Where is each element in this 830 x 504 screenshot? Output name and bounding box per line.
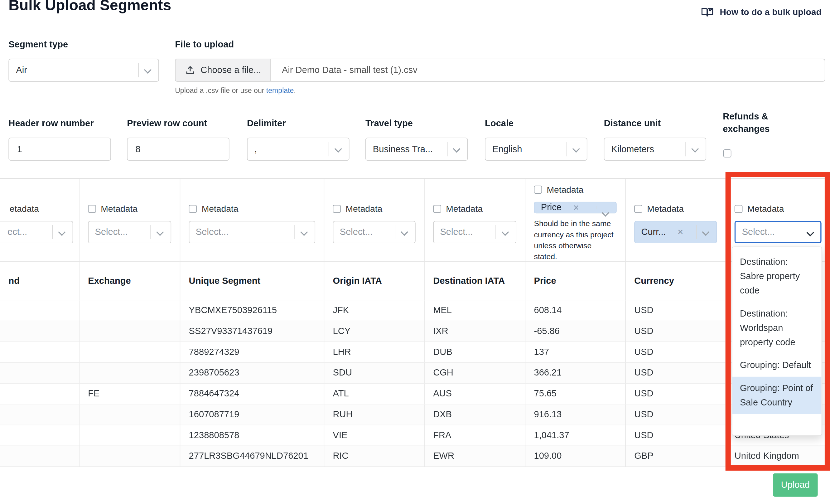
mapping-column-origin: Metadata Select... (324, 179, 424, 262)
mapping-column-price: Metadata Price × Should be in the same c… (525, 179, 625, 262)
template-link[interactable]: template (266, 86, 294, 94)
metadata-checkbox[interactable] (634, 205, 642, 213)
segment-type-select[interactable]: Air (8, 59, 159, 82)
table-cell: ATL (324, 384, 424, 405)
table-cell: DUB (424, 342, 525, 363)
choose-file-label: Choose a file... (200, 65, 261, 75)
select-divider (395, 225, 395, 239)
choose-file-button[interactable]: Choose a file... (175, 59, 271, 81)
chevron-down-icon (807, 229, 814, 237)
select-placeholder: Select... (742, 227, 775, 237)
select-divider (294, 225, 295, 239)
table-header-refund: nd (0, 262, 79, 300)
select-divider (53, 225, 53, 239)
select-divider (329, 142, 329, 156)
travel-type-value: Business Tra... (373, 144, 433, 154)
column-mapping-select[interactable]: ect... (0, 221, 73, 243)
mapping-column-currency: Metadata Curr... × (625, 179, 726, 262)
column-mapping-select-currency[interactable]: Curr... × (634, 221, 717, 243)
file-hint: Upload a .csv file or use our template. (175, 86, 296, 94)
column-mapping-select[interactable]: Select... (333, 221, 416, 243)
selected-tag-label: Curr... (641, 227, 666, 237)
locale-select[interactable]: English (485, 137, 587, 161)
metadata-checkbox[interactable] (433, 205, 441, 213)
delimiter-select[interactable]: , (247, 137, 349, 161)
distance-unit-select[interactable]: Kilometers (604, 137, 706, 161)
locale-label: Locale (485, 119, 513, 129)
price-currency-note: Should be in the same currency as this p… (534, 218, 617, 262)
guide-book-icon (701, 5, 714, 18)
metadata-checkbox[interactable] (534, 186, 542, 194)
table-cell: RUH (324, 405, 424, 426)
table-cell: 916.13 (525, 405, 625, 426)
table-cell: IXR (424, 321, 525, 342)
table-cell: USD (625, 405, 726, 426)
table-cell: 1238808578 (180, 426, 324, 446)
metadata-checkbox[interactable] (189, 205, 197, 213)
distance-unit-label: Distance unit (604, 119, 661, 129)
refunds-exchanges-label: Refunds & exchanges (723, 111, 787, 135)
metadata-label: Metadata (647, 204, 684, 214)
table-cell: GBP (625, 446, 726, 467)
table-cell (0, 342, 79, 363)
preview-row-input-wrap (127, 137, 229, 161)
bulk-upload-page: Bulk Upload Segments How to do a bulk up… (0, 0, 830, 504)
column-mapping-select[interactable]: Select... (433, 221, 516, 243)
select-divider (496, 225, 496, 239)
segment-type-label: Segment type (8, 40, 68, 50)
remove-tag-icon[interactable]: × (573, 203, 579, 212)
table-cell: RIC (324, 446, 424, 467)
dropdown-option-grouping-pos-country[interactable]: Grouping: Point of Sale Country (732, 377, 822, 414)
table-cell (79, 300, 180, 321)
remove-tag-icon[interactable]: × (677, 227, 683, 237)
column-mapping-select-open[interactable]: Select... (735, 221, 822, 243)
table-cell: VIE (324, 426, 424, 446)
metadata-label: Metadata (101, 204, 137, 214)
column-mapping-select[interactable]: Select... (88, 221, 171, 243)
metadata-label: Metadata (547, 185, 584, 195)
column-mapping-select[interactable]: Select... (189, 221, 315, 243)
select-placeholder: Select... (340, 227, 373, 237)
table-cell: SS27V93371437619 (180, 321, 324, 342)
table-cell (79, 342, 180, 363)
table-cell: 75.65 (525, 384, 625, 405)
select-placeholder: Select... (440, 227, 473, 237)
table-cell: SDU (324, 363, 424, 384)
preview-row-input[interactable] (134, 143, 229, 155)
refunds-exchanges-checkbox[interactable] (723, 149, 732, 158)
select-placeholder: Select... (196, 227, 228, 237)
select-divider (447, 142, 448, 156)
travel-type-select[interactable]: Business Tra... (365, 137, 468, 161)
table-cell: 608.14 (525, 300, 625, 321)
table-cell (79, 405, 180, 426)
table-header-destination: Destination IATA (424, 262, 525, 300)
table-cell: USD (625, 321, 726, 342)
metadata-checkbox[interactable] (333, 205, 341, 213)
column-mapping-select-price[interactable]: Price × (534, 202, 617, 214)
header-row-label: Header row number (8, 119, 94, 129)
preview-row-label: Preview row count (127, 119, 207, 129)
upload-button[interactable]: Upload (773, 473, 818, 497)
header-row-input[interactable] (16, 143, 110, 155)
select-divider (567, 142, 567, 156)
page-title: Bulk Upload Segments (8, 0, 171, 14)
chevron-down-icon (334, 145, 342, 153)
table-cell (0, 446, 79, 467)
table-cell: USD (625, 363, 726, 384)
metadata-checkbox[interactable] (88, 205, 96, 213)
help-link-label: How to do a bulk upload (720, 6, 821, 17)
help-link[interactable]: How to do a bulk upload (701, 5, 822, 18)
dropdown-option-sabre[interactable]: Destination: Sabre property code (732, 250, 822, 302)
selected-tag-label: Price (541, 202, 562, 213)
table-cell (0, 426, 79, 446)
table-cell: USD (625, 342, 726, 363)
table-cell: USD (625, 300, 726, 321)
mapping-column-unique-segment: Metadata Select... (180, 179, 324, 262)
table-cell: 109.00 (525, 446, 625, 467)
chevron-down-icon (144, 66, 152, 73)
metadata-checkbox[interactable] (735, 205, 743, 213)
dropdown-option-worldspan[interactable]: Destination: Worldspan property code (732, 302, 822, 354)
table-cell: LCY (324, 321, 424, 342)
table-cell (0, 321, 79, 342)
dropdown-option-grouping-default[interactable]: Grouping: Default (732, 354, 822, 377)
